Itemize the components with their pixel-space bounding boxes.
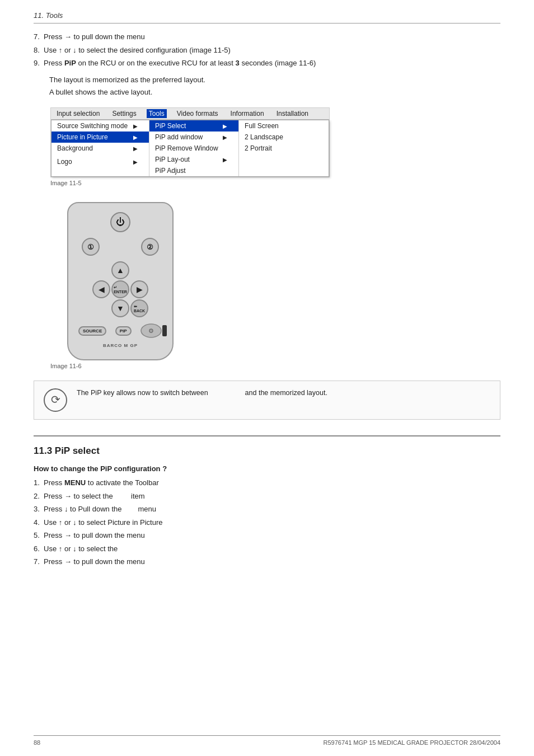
menu-picture-in-picture[interactable]: Picture in Picture▶	[51, 132, 149, 143]
menu-2-portrait[interactable]: 2 Portrait	[239, 143, 329, 154]
image-11-6-label: Image 11-6	[50, 363, 500, 369]
footer-info: R5976741 MGP 15 MEDICAL GRADE PROJECTOR …	[324, 739, 501, 746]
menu-bar-tools[interactable]: Tools	[147, 109, 167, 118]
info-text-part2: and the memorized layout.	[245, 388, 327, 398]
info-text: The PiP key allows now to switch between…	[77, 388, 327, 398]
indent-line-2: A bullet shows the active layout.	[34, 87, 500, 98]
remote-body: ⏻ ① ② ▲ ◀ ↵ENTER ▶ ▼ ⬅BACK	[67, 202, 174, 360]
remote-brand-label: BARCO M GP	[76, 343, 165, 348]
num-1-button[interactable]: ①	[82, 238, 100, 256]
pip-step-3: 3. Press ↓ to Pull down the menu	[34, 504, 500, 515]
svg-text:⟳: ⟳	[51, 393, 60, 406]
dpad-up[interactable]: ▲	[111, 261, 129, 279]
remote-bottom-row: SOURCE PIP ⚙	[76, 323, 165, 339]
menu-background[interactable]: Background▶	[51, 143, 149, 154]
dpad-left[interactable]: ◀	[92, 280, 110, 298]
indent-line-1: The layout is memorized as the preferred…	[34, 74, 500, 86]
menu-pip-select[interactable]: PiP Select▶	[149, 120, 238, 132]
section-divider	[34, 435, 500, 436]
section-header: 11. Tools	[34, 11, 500, 24]
menu-bar-settings[interactable]: Settings	[110, 109, 138, 118]
menu-pip-layout[interactable]: PiP Lay-out▶	[149, 154, 238, 165]
pip-step-7: 7. Press → to pull down the menu	[34, 556, 500, 567]
num-row: ① ②	[76, 238, 165, 256]
dpad-down[interactable]: ▼	[111, 299, 129, 317]
section-11-3-subtitle: How to change the PiP configuration ?	[34, 464, 500, 473]
menu-col-3: Full Screen 2 Landscape 2 Portrait	[239, 120, 329, 176]
menu-bar: Input selection Settings Tools Video for…	[51, 108, 329, 120]
power-button[interactable]: ⏻	[110, 212, 130, 232]
pip-step-6: 6. Use ↑ or ↓ to select the	[34, 543, 500, 555]
menu-bar-video-formats[interactable]: Video formats	[175, 109, 221, 118]
num-2-button[interactable]: ②	[141, 238, 159, 256]
menu-col-2: PiP Select▶ PiP add window▶ PiP Remove W…	[149, 120, 239, 176]
svg-text:⚙: ⚙	[148, 327, 154, 334]
menu-source-switching[interactable]: Source Switching mode▶	[51, 120, 149, 132]
menu-logo[interactable]: Logo▶	[51, 156, 149, 167]
menu-2-landscape[interactable]: 2 Landscape	[239, 132, 329, 143]
menu-pip-remove-window[interactable]: PiP Remove Window	[149, 143, 238, 154]
menu-bar-input-selection[interactable]: Input selection	[54, 109, 102, 118]
back-button[interactable]: ⬅BACK	[130, 299, 148, 317]
info-text-part1: The PiP key allows now to switch between	[77, 388, 208, 398]
pip-button[interactable]: PIP	[115, 326, 132, 336]
menu-full-screen[interactable]: Full Screen	[239, 120, 329, 132]
menu-dropdown: Source Switching mode▶ Picture in Pictur…	[51, 120, 329, 177]
step-9: 9. Press PiP on the RCU or on the execut…	[34, 58, 500, 69]
page-footer: 88 R5976741 MGP 15 MEDICAL GRADE PROJECT…	[34, 735, 500, 746]
dpad-right[interactable]: ▶	[130, 280, 148, 298]
section-11-3-title: 11.3 PiP select	[34, 445, 500, 457]
source-button[interactable]: SOURCE	[78, 326, 106, 336]
remote-illustration: ⏻ ① ② ▲ ◀ ↵ENTER ▶ ▼ ⬅BACK	[67, 202, 174, 360]
top-steps-list: 7. Press → to pull down the menu 8. Use …	[34, 31, 500, 69]
menu-pip-adjust[interactable]: PiP Adjust	[149, 165, 238, 176]
pip-step-1: 1. Press MENU to activate the Toolbar	[34, 477, 500, 489]
page: 11. Tools 7. Press → to pull down the me…	[0, 0, 534, 756]
menu-bar-installation[interactable]: Installation	[274, 109, 311, 118]
menu-bar-information[interactable]: Information	[228, 109, 266, 118]
pip-step-2: 2. Press → to select the item	[34, 491, 500, 502]
menu-col-1: Source Switching mode▶ Picture in Pictur…	[51, 120, 149, 176]
menu-pip-add-window[interactable]: PiP add window▶	[149, 132, 238, 143]
pip-icon: ⟳	[43, 388, 68, 412]
info-box: ⟳ The PiP key allows now to switch betwe…	[34, 381, 500, 420]
menu-screenshot: Input selection Settings Tools Video for…	[50, 107, 330, 177]
dpad: ▲ ◀ ↵ENTER ▶ ▼ ⬅BACK	[76, 261, 165, 317]
pointer-icon: ⚙	[140, 323, 162, 339]
pip-step-5: 5. Press → to pull down the menu	[34, 530, 500, 541]
pip-step-4: 4. Use ↑ or ↓ to select Picture in Pictu…	[34, 517, 500, 528]
step-7: 7. Press → to pull down the menu	[34, 31, 500, 43]
section-header-text: 11. Tools	[34, 11, 63, 20]
image-11-5-label: Image 11-5	[50, 180, 500, 186]
pip-steps-list: 1. Press MENU to activate the Toolbar 2.…	[34, 477, 500, 567]
step-8: 8. Use ↑ or ↓ to select the desired conf…	[34, 45, 500, 56]
enter-button[interactable]: ↵ENTER	[111, 280, 129, 298]
footer-page-number: 88	[34, 739, 40, 746]
